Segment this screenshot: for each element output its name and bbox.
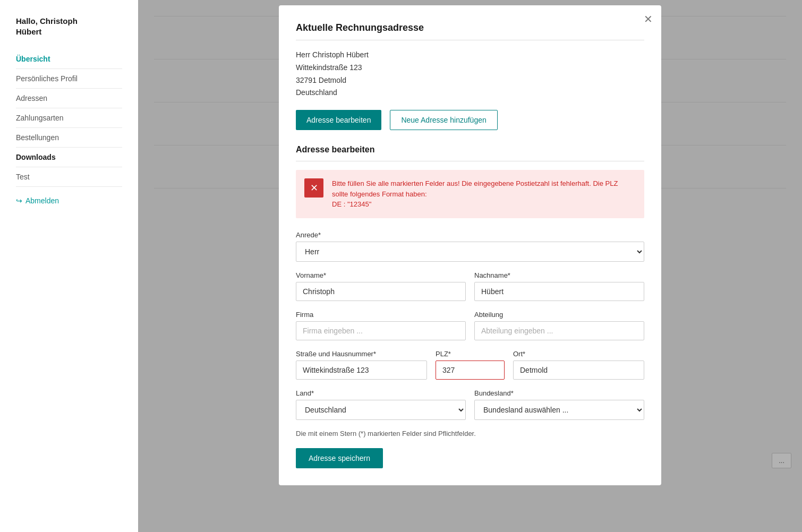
land-label: Land* — [296, 389, 466, 397]
error-close-button[interactable]: ✕ — [304, 178, 323, 198]
vorname-label: Vorname* — [296, 271, 466, 279]
plz-col: PLZ* — [436, 350, 505, 380]
modal-section-title: Aktuelle Rechnungsadresse — [296, 22, 644, 33]
edit-section-title: Adresse bearbeiten — [296, 145, 644, 155]
sidebar: Hallo, Christoph Hübert Übersicht Persön… — [0, 0, 138, 532]
sidebar-item-bestellungen[interactable]: Bestellungen — [16, 128, 122, 148]
address-line2: Wittekindstraße 123 — [296, 62, 644, 74]
address-row: Straße und Hausnummer* PLZ* Ort* — [296, 350, 644, 380]
abteilung-input[interactable] — [474, 321, 644, 340]
address-line1: Herr Christoph Hübert — [296, 49, 644, 62]
save-address-button[interactable]: Adresse speichern — [296, 448, 383, 468]
modal-overlay: ✕ Aktuelle Rechnungsadresse Herr Christo… — [138, 0, 802, 532]
sidebar-item-test[interactable]: Test — [16, 167, 122, 187]
logout-icon: ↪ — [16, 196, 22, 205]
main-content: ... ✕ Aktuelle Rechnungsadresse Herr Chr… — [138, 0, 802, 532]
sidebar-greeting: Hallo, Christoph Hübert — [16, 16, 122, 37]
name-row: Vorname* Nachname* — [296, 271, 644, 301]
bundesland-label: Bundesland* — [474, 389, 644, 397]
strasse-input[interactable] — [296, 361, 427, 380]
sidebar-item-zahlungsarten[interactable]: Zahlungsarten — [16, 108, 122, 128]
abteilung-col: Abteilung — [474, 311, 644, 340]
vorname-col: Vorname* — [296, 271, 466, 301]
address-line4: Deutschland — [296, 87, 644, 99]
address-line3: 32791 Detmold — [296, 74, 644, 87]
current-address-display: Herr Christoph Hübert Wittekindstraße 12… — [296, 49, 644, 99]
vorname-input[interactable] — [296, 282, 466, 301]
firma-label: Firma — [296, 311, 466, 319]
firma-input[interactable] — [296, 321, 466, 340]
firma-row: Firma Abteilung — [296, 311, 644, 340]
plz-input[interactable] — [436, 361, 505, 380]
anrede-group: Anrede* Herr Frau Divers — [296, 231, 644, 262]
firma-col: Firma — [296, 311, 466, 340]
address-action-buttons: Adresse bearbeiten Neue Adresse hinzufüg… — [296, 110, 644, 130]
ort-col: Ort* — [513, 350, 644, 380]
error-banner: ✕ Bitte füllen Sie alle markierten Felde… — [296, 170, 644, 218]
edit-address-button[interactable]: Adresse bearbeiten — [296, 110, 381, 130]
land-select[interactable]: Deutschland Österreich Schweiz — [296, 400, 466, 420]
nachname-input[interactable] — [474, 282, 644, 301]
section-divider — [296, 40, 644, 40]
anrede-select[interactable]: Herr Frau Divers — [296, 242, 644, 262]
modal-close-button[interactable]: ✕ — [644, 14, 653, 24]
bundesland-col: Bundesland* Bundesland auswählen ... Bay… — [474, 389, 644, 420]
strasse-label: Straße und Hausnummer* — [296, 350, 427, 358]
error-text: Bitte füllen Sie alle markierten Felder … — [332, 178, 636, 210]
required-note: Die mit einem Stern (*) markierten Felde… — [296, 430, 644, 437]
nachname-col: Nachname* — [474, 271, 644, 301]
plz-label: PLZ* — [436, 350, 505, 358]
sidebar-item-adressen[interactable]: Adressen — [16, 89, 122, 108]
sidebar-item-downloads[interactable]: Downloads — [16, 148, 122, 167]
sidebar-navigation: Übersicht Persönliches Profil Adressen Z… — [16, 49, 122, 210]
modal: ✕ Aktuelle Rechnungsadresse Herr Christo… — [279, 5, 661, 485]
ort-label: Ort* — [513, 350, 644, 358]
sidebar-item-profil[interactable]: Persönliches Profil — [16, 69, 122, 89]
new-address-button[interactable]: Neue Adresse hinzufügen — [390, 110, 497, 130]
nachname-label: Nachname* — [474, 271, 644, 279]
sidebar-item-uebersicht[interactable]: Übersicht — [16, 49, 122, 69]
edit-divider — [296, 161, 644, 161]
anrede-label: Anrede* — [296, 231, 644, 239]
abteilung-label: Abteilung — [474, 311, 644, 319]
land-col: Land* Deutschland Österreich Schweiz — [296, 389, 466, 420]
strasse-col: Straße und Hausnummer* — [296, 350, 427, 380]
sidebar-item-logout[interactable]: ↪ Abmelden — [16, 191, 122, 210]
land-row: Land* Deutschland Österreich Schweiz Bun… — [296, 389, 644, 420]
ort-input[interactable] — [513, 361, 644, 380]
bundesland-select[interactable]: Bundesland auswählen ... Bayern Berlin N… — [474, 400, 644, 420]
